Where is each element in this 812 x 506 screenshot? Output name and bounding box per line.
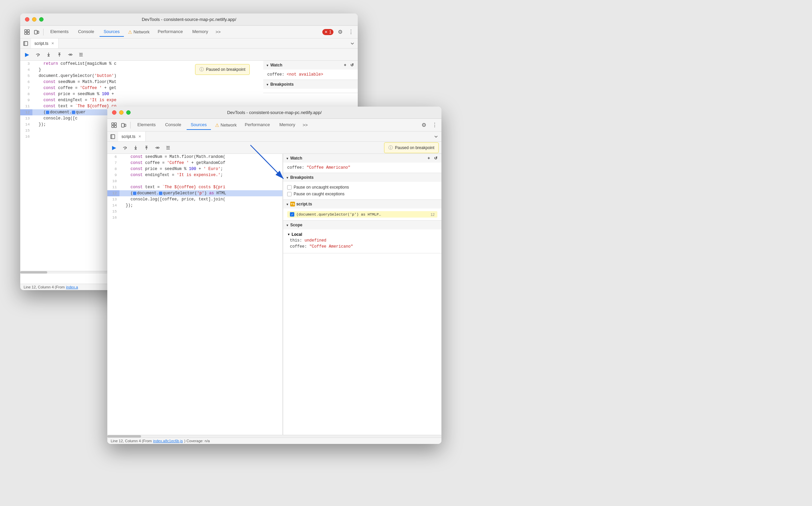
sidebar-toggle-1[interactable] [22,39,30,48]
file-tab-script-1[interactable]: script.ts ✕ [31,38,59,48]
device-icon[interactable] [32,28,40,36]
scrollbar-thumb-1[interactable] [20,271,47,274]
svg-rect-19 [112,125,114,128]
bp-check-caught[interactable] [287,192,292,196]
code-line-2-15: 15 [107,208,282,215]
local-title: Local [292,232,302,237]
step-out-btn-2[interactable] [142,144,151,152]
breakpoints-section-1: Breakpoints [263,80,358,93]
code-line-2-14: 14 }); [107,202,282,208]
code-line-2-9: 9 const endingText = 'It is expensive.'; [107,172,282,178]
resume-btn-1[interactable]: ▶ [23,51,31,59]
tab-network-2[interactable]: ⚠ Network [212,121,240,129]
maximize-button-1[interactable] [39,17,44,22]
file-expand-icon-2[interactable] [432,133,440,141]
svg-rect-4 [34,30,37,34]
tab-console-1[interactable]: Console [74,27,98,37]
breakpoint-text-2: Paused on breakpoint [395,145,434,150]
code-editor-2: 6 const seedNum = Math.floor(Math.random… [107,154,283,435]
status-coverage-2: ) Coverage: n/a [184,439,210,443]
scope-header[interactable]: Scope [283,221,441,229]
error-badge-1[interactable]: ✕ 1 [322,29,333,35]
code-line-2-11: 11 const text = `The ${coffee} costs ${p… [107,184,282,190]
status-link-2[interactable]: index.a8c1ec6b.js [153,439,183,443]
scope-coffee: coffee: "Coffee Americano" [287,244,437,250]
tab-sources-2[interactable]: Sources [187,120,211,130]
step-btn-2[interactable] [153,144,161,152]
scrollbar-2[interactable] [107,435,441,438]
bp-item-uncaught: Pause on uncaught exceptions [287,184,437,191]
tab-memory-2[interactable]: Memory [275,120,299,130]
more-tabs-1[interactable]: >> [214,28,223,36]
settings-icon-1[interactable]: ⚙ [336,28,344,36]
watch-header-1[interactable]: Watch + ↺ [263,61,358,69]
tab-memory-1[interactable]: Memory [188,27,212,37]
inspect-icon[interactable] [23,28,31,36]
deactivate-btn-2[interactable] [164,144,172,152]
file-tab-name-1: script.ts [34,41,48,46]
step-into-btn-1[interactable] [45,51,53,59]
file-tab-close-1[interactable]: ✕ [50,41,55,46]
tab-elements-1[interactable]: Elements [46,27,73,37]
minimize-button-2[interactable] [119,110,124,115]
scrollbar-thumb-2[interactable] [107,435,141,438]
bp-check-uncaught[interactable] [287,185,292,190]
tab-performance-1[interactable]: Performance [154,27,187,37]
scope-this: this: undefined [287,237,437,244]
maximize-button-2[interactable] [126,110,131,115]
status-link-1[interactable]: index.a [66,285,78,289]
tab-console-2[interactable]: Console [161,120,185,130]
watch-header-2[interactable]: Watch + ↺ [283,154,441,163]
bp-body-2: Pause on uncaught exceptions Pause on ca… [283,182,441,199]
script-bp-line: 12 [431,213,435,217]
step-out-btn-1[interactable] [55,51,63,59]
watch-refresh-icon-2[interactable]: ↺ [433,156,439,161]
step-over-btn-2[interactable] [121,144,129,152]
watch-actions-1: + ↺ [343,63,355,67]
file-expand-icon-1[interactable] [348,39,356,48]
content-area-2: 6 const seedNum = Math.floor(Math.random… [107,154,441,435]
device-icon-2[interactable] [119,121,128,129]
code-line-2-7: 7 const coffee = 'Coffee ' + getRandomCo… [107,160,282,166]
local-chevron [287,233,290,236]
watch-add-icon[interactable]: + [343,63,348,67]
more-tabs-2[interactable]: >> [301,121,310,129]
file-tab-close-2[interactable]: ✕ [137,134,142,139]
file-tab-name-2: script.ts [121,134,135,139]
file-tab-script-2[interactable]: script.ts ✕ [118,132,146,141]
code-line-2-10: 10 [107,178,282,184]
watch-refresh-icon[interactable]: ↺ [349,63,355,67]
tab-elements-2[interactable]: Elements [133,120,160,130]
bp-checked-icon[interactable]: ✓ [290,212,294,217]
watch-add-icon-2[interactable]: + [426,156,431,161]
more-options-icon-1[interactable]: ⋮ [347,28,355,36]
breakpoints-header-2[interactable]: Breakpoints [283,173,441,182]
more-options-icon-2[interactable]: ⋮ [431,121,439,129]
resume-btn-2[interactable]: ▶ [110,144,118,152]
breakpoints-header-1[interactable]: Breakpoints [263,80,358,89]
close-button-2[interactable] [112,110,116,115]
svg-rect-22 [125,124,126,126]
bp-chevron-1 [266,82,269,87]
settings-icon-2[interactable]: ⚙ [420,121,428,129]
deactivate-btn-1[interactable] [77,51,85,59]
code-line-2-8: 8 const price = seedNum % 100 + ' Euro'; [107,166,282,172]
devtools-tabs-1: Elements Console Sources ⚠ Network Perfo… [20,26,358,38]
sidebar-toggle-2[interactable] [109,133,117,141]
close-button-1[interactable] [25,17,29,22]
step-btn-1[interactable] [66,51,74,59]
minimize-button-1[interactable] [32,17,36,22]
tab-performance-2[interactable]: Performance [241,120,274,130]
step-into-btn-2[interactable] [132,144,140,152]
scope-title: Scope [290,223,302,227]
step-over-btn-1[interactable] [34,51,42,59]
watch-chevron-2 [286,156,289,161]
inspect-icon-2[interactable] [110,121,118,129]
watch-title-2: Watch [290,156,302,161]
local-header[interactable]: Local [287,231,437,237]
script-bp-header[interactable]: TS script.ts [283,200,441,208]
tab-sources-1[interactable]: Sources [100,27,124,37]
tab-network-1[interactable]: ⚠ Network [125,28,153,36]
script-bp-code: (document.querySelector('p') as HTMLP… [296,213,429,217]
watch-title-1: Watch [270,63,282,67]
